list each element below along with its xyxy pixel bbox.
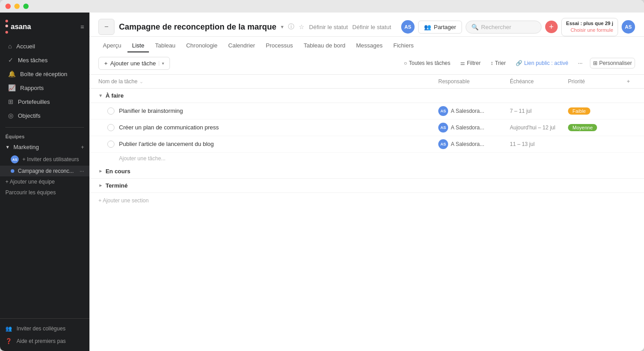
sidebar-nav: ⌂ Accueil ✓ Mes tâches 🔔 Boîte de récept…: [0, 37, 89, 124]
customize-icon: ⊞: [593, 60, 597, 66]
col-add-header[interactable]: +: [622, 78, 635, 85]
more-icon[interactable]: ···: [80, 168, 84, 174]
sidebar-item-boite-reception[interactable]: 🔔 Boîte de réception: [3, 67, 87, 81]
task-assignee-name: A Salesdora...: [451, 141, 484, 147]
invite-users-label: + Inviter des utilisateurs: [22, 156, 79, 163]
table-row[interactable]: Publier l'article de lancement du blog A…: [89, 136, 644, 153]
task-due: 11 – 13 jul: [510, 141, 568, 147]
add-button[interactable]: +: [545, 21, 558, 33]
add-team-link[interactable]: + Ajouter une équipe: [0, 176, 89, 187]
sidebar-item-portefeuilles[interactable]: ⊞ Portefeuilles: [3, 95, 87, 108]
sidebar-item-mes-taches[interactable]: ✓ Mes tâches: [3, 53, 87, 67]
maximize-dot[interactable]: [23, 4, 29, 9]
table-row[interactable]: Créer un plan de communication press AS …: [89, 120, 644, 136]
sidebar-footer-aide[interactable]: ❓ Aide et premiers pas: [0, 335, 89, 347]
task-checkbox[interactable]: [107, 124, 114, 131]
add-task-arrow-icon[interactable]: ▾: [159, 61, 164, 66]
task-assignee: AS A Salesdora...: [438, 106, 510, 116]
share-button[interactable]: 👥 Partager: [418, 21, 462, 34]
task-assignee: AS A Salesdora...: [438, 123, 510, 133]
project-title: Campagne de reconception de la marque: [119, 22, 276, 32]
sidebar-toggle-icon[interactable]: ≡: [80, 23, 84, 30]
add-task-inline-label: Ajouter une tâche...: [119, 155, 165, 162]
sidebar: asana ≡ ⌂ Accueil ✓ Mes tâches 🔔 Boîte d…: [0, 13, 89, 351]
chevron-down-icon: ▼: [5, 145, 10, 150]
sidebar-footer-aide-label: Aide et premiers pas: [17, 338, 66, 344]
section-termine[interactable]: ▼ Terminé: [89, 179, 644, 193]
add-section-link[interactable]: + Ajouter une section: [89, 195, 644, 206]
filter-button[interactable]: ⚌ Filtrer: [458, 58, 483, 68]
sort-button[interactable]: ↕ Trier: [488, 58, 508, 68]
task-checkbox[interactable]: [107, 141, 114, 148]
all-tasks-label: Toutes les tâches: [409, 60, 450, 66]
minimize-dot[interactable]: [14, 4, 20, 9]
sidebar-equipes-label: Équipes: [0, 130, 89, 141]
chart-icon: 📈: [8, 84, 16, 91]
project-title-chevron-icon[interactable]: ▾: [281, 24, 284, 30]
tab-calendrier[interactable]: Calendrier: [224, 39, 259, 52]
trial-sub[interactable]: Choisir une formule: [566, 27, 613, 34]
section-termine-toggle-icon: ▼: [98, 183, 103, 188]
section-termine-label: Terminé: [106, 182, 128, 189]
task-due: 7 – 11 jul: [510, 108, 568, 114]
close-dot[interactable]: [5, 4, 11, 9]
col-name-header: Nom de la tâche ⌄: [98, 78, 438, 85]
sidebar-item-rapports[interactable]: 📈 Rapports: [3, 81, 87, 94]
task-avatar: AS: [438, 123, 448, 133]
nav-tabs: Aperçu Liste Tableau Chronologie Calendr…: [89, 39, 644, 52]
status-label[interactable]: Définir le statut: [309, 24, 348, 30]
tab-tableau[interactable]: Tableau: [151, 39, 180, 52]
search-box[interactable]: 🔍 Rechercher: [466, 21, 542, 34]
more-icon: ···: [578, 60, 583, 66]
table-row[interactable]: Planifier le brainstorming AS A Salesdor…: [89, 103, 644, 120]
section-a-faire-label: À faire: [106, 92, 123, 99]
invite-colleagues-icon: 👥: [5, 325, 12, 332]
link-label: Lien public : activé: [524, 60, 568, 66]
task-avatar: AS: [438, 106, 448, 116]
sidebar-item-objectifs[interactable]: ◎ Objectifs: [3, 109, 87, 122]
invite-users-row[interactable]: AS + Inviter des utilisateurs: [0, 153, 89, 166]
add-task-inline[interactable]: Ajouter une tâche...: [89, 153, 644, 164]
add-team-icon[interactable]: +: [81, 144, 84, 150]
col-due-label: Échéance: [510, 78, 534, 85]
add-task-button[interactable]: + Ajouter une tâche ▾: [98, 57, 170, 70]
task-assignee: AS A Salesdora...: [438, 139, 510, 149]
target-icon: ◎: [8, 112, 13, 119]
priority-badge: Faible: [568, 107, 590, 115]
sidebar-item-accueil[interactable]: ⌂ Accueil: [3, 39, 87, 53]
task-name: Publier l'article de lancement du blog: [119, 141, 438, 147]
sidebar-project-campagne[interactable]: Campagne de reconc... ···: [0, 166, 89, 176]
app-window: asana ≡ ⌂ Accueil ✓ Mes tâches 🔔 Boîte d…: [0, 0, 644, 351]
sidebar-footer-inviter[interactable]: 👥 Inviter des collègues: [0, 322, 89, 335]
app-body: asana ≡ ⌂ Accueil ✓ Mes tâches 🔔 Boîte d…: [0, 13, 644, 351]
tab-apercu[interactable]: Aperçu: [98, 39, 126, 52]
search-icon: 🔍: [471, 24, 479, 30]
task-checkbox[interactable]: [107, 107, 114, 115]
trial-title: Essai : plus que 29 j: [566, 20, 613, 27]
toolbar: + Ajouter une tâche ▾ ○ Toutes les tâche…: [89, 52, 644, 75]
task-table: Nom de la tâche ⌄ Responsable Échéance P…: [89, 75, 644, 351]
browse-teams-link[interactable]: Parcourir les équipes: [0, 187, 89, 198]
more-button[interactable]: ···: [576, 58, 585, 68]
link-button[interactable]: 🔗 Lien public : activé: [513, 58, 571, 68]
star-icon[interactable]: ☆: [299, 23, 305, 30]
info-icon[interactable]: ⓘ: [288, 23, 294, 31]
sort-icon: ↕: [491, 60, 493, 66]
tab-fichiers[interactable]: Fichiers: [389, 39, 419, 52]
tab-tableau-de-bord[interactable]: Tableau de bord: [299, 39, 350, 52]
customize-button[interactable]: ⊞ Personnaliser: [590, 58, 635, 68]
user-avatar-main[interactable]: AS: [622, 20, 635, 34]
task-priority: Faible: [568, 107, 622, 115]
status-text[interactable]: Définir le statut: [352, 24, 391, 30]
tab-processus[interactable]: Processus: [261, 39, 297, 52]
sidebar-team-marketing[interactable]: ▼ Marketing +: [0, 141, 89, 153]
sidebar-item-objectifs-label: Objectifs: [18, 112, 41, 119]
tab-chronologie[interactable]: Chronologie: [182, 39, 222, 52]
tab-liste[interactable]: Liste: [127, 39, 148, 52]
section-en-cours[interactable]: ▼ En cours: [89, 164, 644, 179]
filter-label: Filtrer: [467, 60, 481, 66]
sidebar-item-rapports-label: Rapports: [20, 85, 44, 91]
section-a-faire[interactable]: ▼ À faire: [89, 89, 644, 103]
all-tasks-button[interactable]: ○ Toutes les tâches: [401, 58, 453, 68]
tab-messages[interactable]: Messages: [352, 39, 387, 52]
